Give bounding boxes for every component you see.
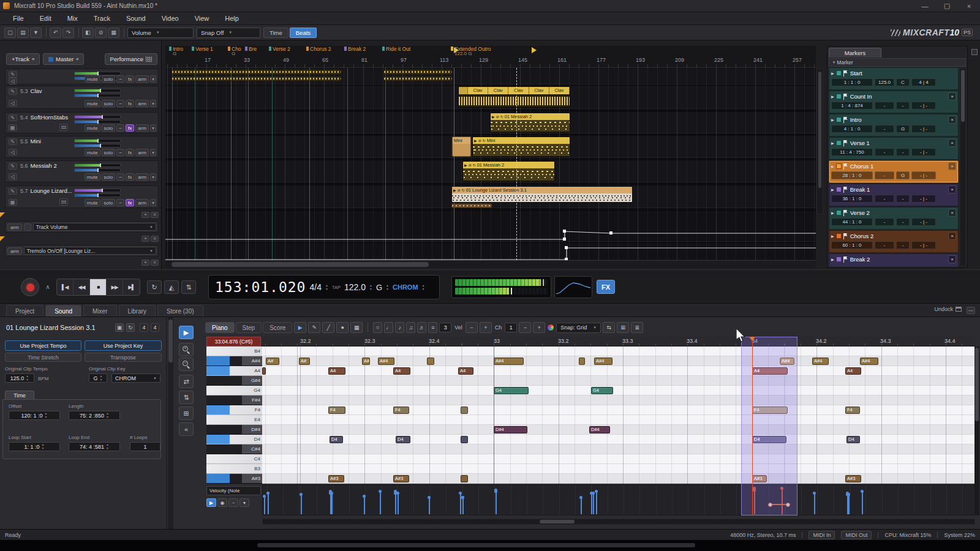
arm-button[interactable]: arm — [135, 173, 149, 181]
panel-minimize-button[interactable]: — — [967, 307, 975, 314]
piano-key-c-4[interactable]: C#4 — [206, 444, 262, 454]
pan-slider[interactable] — [74, 193, 121, 197]
whole-note-icon[interactable]: ○ — [373, 322, 382, 333]
velocity-minus-button[interactable]: − — [466, 322, 478, 333]
piano-roll-ruler[interactable]: 32.232.332.43333.233.333.43434.234.334.4 — [262, 337, 975, 347]
timeline-marker-flag[interactable] — [228, 47, 230, 51]
mute-button[interactable]: mute — [85, 149, 100, 156]
velocity-stem[interactable] — [380, 492, 381, 514]
velocity-stem[interactable] — [581, 498, 582, 514]
clip-play-icon[interactable]: ▶ — [474, 138, 477, 143]
marker-tempo-field[interactable]: - — [875, 195, 894, 203]
use-project-tempo-button[interactable]: Use Project Tempo — [5, 340, 81, 351]
mute-button[interactable]: mute — [85, 199, 100, 206]
marker-position-field[interactable]: 28 : 1 : 0 — [831, 171, 873, 179]
line-tool-icon[interactable]: ╱ — [322, 322, 334, 333]
midi-in-indicator[interactable]: MIDI In — [809, 531, 835, 539]
loop-mode-button[interactable]: ↻ — [147, 280, 162, 294]
bottom-scrollbar[interactable] — [257, 543, 695, 547]
midi-note-a-4[interactable]: A#4 — [494, 358, 524, 365]
pencil-icon[interactable]: ✎ — [9, 163, 17, 170]
collapse-panel-icon[interactable]: « — [179, 422, 194, 436]
beamed-note-icon[interactable]: ♫ — [406, 322, 415, 333]
track-options-chevron[interactable]: ▾ — [150, 124, 156, 132]
marker-color-swatch[interactable] — [836, 163, 842, 169]
marker-row-verse-1[interactable]: ▶Verse 1×11 : 4 : 750--- | - — [829, 137, 959, 160]
marker-row-chorus-2[interactable]: ▶Chorus 2×60 : 1 : 0--- | - — [829, 230, 959, 253]
midi-note-a-4[interactable]: A#4 — [378, 358, 394, 365]
velocity-stem[interactable] — [398, 494, 399, 515]
piano-key-a4[interactable]: A4 — [206, 366, 262, 376]
marker-delete-button[interactable]: × — [948, 139, 956, 147]
midi-note-a4[interactable]: A4 — [458, 367, 473, 375]
marker-row-break-1[interactable]: ▶Break 1×36 : 1 : 0--- | - — [829, 184, 959, 206]
link-tool-icon[interactable]: ⊘ — [95, 28, 107, 38]
midi-note-d-4[interactable]: D#4 — [494, 426, 527, 433]
track-header-partial[interactable]: ✎◁mutesolo~fxarm▾ — [5, 69, 159, 84]
time-stretch-button[interactable]: Time Stretch — [5, 353, 81, 362]
marker-color-swatch[interactable] — [836, 257, 842, 262]
marker-key-field[interactable]: - — [896, 195, 910, 203]
speaker-icon[interactable]: ◁ — [9, 149, 17, 156]
orig-scale-dropdown[interactable]: CHROM▼ — [111, 373, 160, 383]
marker-key-field[interactable]: G — [896, 125, 910, 133]
add-lane-button[interactable]: + — [141, 236, 149, 242]
piano-icon[interactable]: ▦ — [9, 199, 17, 206]
velocity-stem[interactable] — [331, 494, 333, 515]
marker-key-field[interactable]: - — [896, 148, 910, 156]
track-header-messiah-2[interactable]: ✎◁5.6Messiah 2mutesolo~fxarm▾ — [5, 160, 159, 182]
velocity-stem[interactable] — [593, 494, 594, 515]
tap-tempo-button[interactable]: TAP — [332, 285, 341, 290]
timeline-marker-flag[interactable] — [245, 47, 247, 51]
fx-button[interactable]: fx — [126, 75, 134, 83]
tab-store-30[interactable]: Store (30) — [157, 305, 203, 317]
automation-wave-icon[interactable]: ~ — [116, 100, 124, 107]
fx-button[interactable]: fx — [126, 173, 134, 181]
clip-wavethin[interactable] — [383, 69, 452, 83]
arm-button[interactable]: arm — [135, 100, 149, 107]
punch-in-out-button[interactable]: ⇅ — [181, 280, 196, 294]
fx-button[interactable]: fx — [126, 100, 134, 107]
step-grid-icon[interactable] — [59, 198, 68, 206]
marker-delete-button[interactable]: × — [948, 209, 956, 217]
length-field[interactable]: 75: 2 :850▲▼ — [69, 411, 120, 420]
tab-mixer[interactable]: Mixer — [83, 305, 116, 317]
arm-button[interactable]: arm — [135, 124, 149, 132]
marker-position-field[interactable]: 11 : 4 : 750 — [831, 148, 873, 156]
loop-marker-triangle[interactable] — [454, 47, 459, 53]
piano-icon[interactable]: ▦ — [9, 124, 17, 131]
midi-note-d-4[interactable]: D#4 — [589, 426, 610, 433]
marker-position-field[interactable]: 60 : 1 : 0 — [831, 241, 873, 249]
fast-forward-button[interactable]: ▶▶ — [107, 279, 123, 295]
marker-expand-chevron[interactable]: ▶ — [831, 118, 834, 122]
note-grid-icon[interactable]: ▦ — [350, 322, 363, 333]
add-lane-button[interactable]: + — [141, 212, 149, 218]
piano-roll-tab-step[interactable]: Step — [236, 322, 262, 333]
piano-roll-tab-score[interactable]: Score — [263, 322, 292, 333]
marker-expand-chevron[interactable]: ▶ — [831, 71, 834, 75]
pan-slider[interactable] — [74, 168, 121, 172]
preview-play-icon[interactable]: ▶ — [294, 322, 306, 333]
piano-roll-playhead[interactable] — [752, 337, 753, 515]
channel-plus-button[interactable]: + — [533, 322, 545, 333]
clip-mute-icon[interactable]: ⊘ — [458, 188, 461, 192]
midi-note-f4[interactable] — [461, 407, 468, 414]
marker-expand-chevron[interactable]: ▶ — [831, 94, 834, 99]
velocity-lane[interactable] — [262, 485, 975, 515]
marker-color-swatch[interactable] — [836, 117, 842, 122]
menu-video[interactable]: Video — [154, 15, 187, 22]
marker-color-swatch[interactable] — [836, 140, 842, 146]
menu-help[interactable]: Help — [217, 15, 247, 22]
close-button[interactable]: × — [958, 0, 980, 12]
automation-wave-icon[interactable]: ~ — [116, 173, 124, 181]
marker-timesig-field[interactable]: - | - — [911, 241, 936, 249]
clip-timesig-numerator[interactable]: 4 — [140, 323, 148, 332]
lane-options-button[interactable]: = — [151, 260, 159, 266]
timeline-marker-flag[interactable] — [269, 47, 271, 51]
velocity-stem[interactable] — [364, 497, 365, 515]
clip-mini[interactable]: ▶⊘↻Mini — [472, 137, 570, 157]
automation-lane-tremolo-on-off-lounge-liz[interactable]: armTremolo On/Off [Lounge Liz...▼ — [5, 245, 159, 257]
metronome-button[interactable]: ◭ — [164, 280, 179, 294]
horizontal-zoom-icon[interactable]: ⇄ — [179, 375, 194, 388]
marker-color-swatch[interactable] — [836, 70, 842, 76]
